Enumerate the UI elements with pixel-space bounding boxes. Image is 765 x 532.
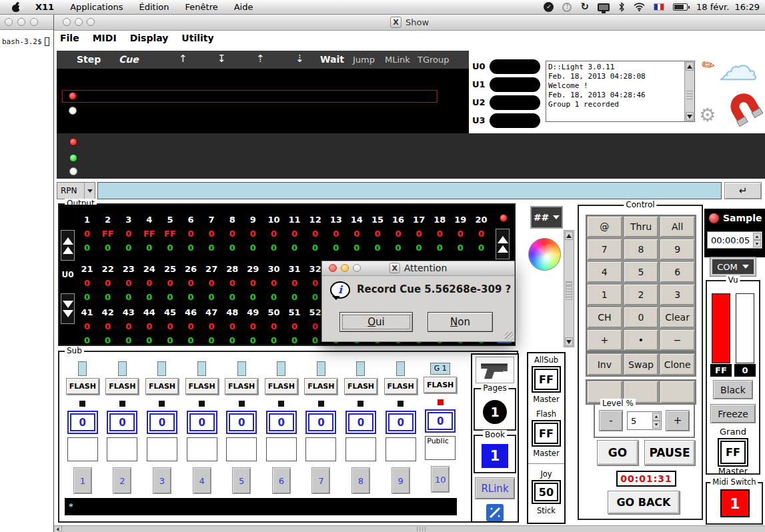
op-button[interactable]: Inv [587, 353, 622, 375]
output-channel[interactable]: 1700 [409, 213, 430, 255]
go-back-button[interactable]: GO BACK [608, 491, 680, 514]
output-channel[interactable]: 2300 [118, 262, 139, 304]
menu-midi[interactable]: MIDI [93, 33, 117, 43]
keypad-key[interactable]: 6 [660, 261, 695, 283]
fader-cap[interactable] [277, 361, 285, 376]
battery-icon[interactable] [673, 3, 688, 11]
output-channel[interactable]: 4700 [201, 305, 222, 347]
output-channel[interactable]: 5000 [263, 305, 284, 347]
no-button[interactable]: Non [428, 312, 493, 332]
displays-icon[interactable] [598, 3, 610, 11]
flash-button[interactable]: FLASH [265, 378, 298, 395]
sub-select-button[interactable]: 10 [431, 466, 450, 493]
enter-button[interactable]: ↵ [724, 182, 762, 199]
sub-select-button[interactable]: 8 [351, 467, 370, 494]
sample-time-spinbox[interactable]: 00:00:05 [707, 231, 762, 249]
vu-meter-right[interactable] [736, 293, 754, 363]
pencil-icon[interactable]: ✏ [700, 55, 716, 76]
output-channel[interactable]: 700 [201, 213, 222, 255]
minimize-button[interactable] [17, 18, 25, 26]
flash-button[interactable]: FLASH [66, 378, 99, 395]
output-channel[interactable]: 4600 [181, 305, 201, 347]
scroll-down-icon[interactable] [565, 337, 573, 346]
menubar-clock[interactable]: 18 févr. 16:29 [696, 2, 760, 12]
keypad-key[interactable]: CH [587, 307, 622, 328]
allsub-master-button[interactable]: FF [532, 366, 561, 393]
scrollbar-thumb[interactable] [686, 91, 693, 101]
keypad-key[interactable]: − [660, 329, 695, 351]
log-text[interactable]: D::Light 3.0.11Feb. 18, 2013 04:28:08Wel… [548, 63, 683, 120]
flash-button[interactable]: FLASH [185, 378, 219, 395]
joystick-value-button[interactable]: 50 [532, 480, 561, 504]
flash-button[interactable]: FLASH [304, 378, 337, 395]
log-scrollbar[interactable] [684, 61, 694, 121]
gear-icon[interactable]: ⚙ [699, 105, 716, 125]
flash-master-button[interactable]: FF [532, 420, 561, 447]
fade-down-icon[interactable]: ↧ [217, 53, 226, 65]
menu-display[interactable]: Display [130, 33, 169, 43]
fade-up-icon[interactable]: ↑ [179, 53, 187, 65]
output-channel[interactable]: 2800 [222, 262, 243, 304]
magic-wand-button[interactable] [486, 504, 504, 521]
vu-meter-left[interactable] [712, 293, 730, 363]
output-channel[interactable]: 1900 [450, 213, 471, 255]
fader-cap[interactable] [118, 361, 127, 376]
menu-utility[interactable]: Utility [181, 33, 213, 43]
menubar-item-aide[interactable]: Aide [234, 2, 253, 12]
level-spinbox[interactable]: 5 [627, 411, 662, 430]
pause-button[interactable]: PAUSE [644, 440, 695, 465]
chevron-down-icon[interactable] [84, 183, 95, 199]
sub-select-button[interactable]: 2 [113, 467, 131, 494]
column-tgroup[interactable]: TGroup [418, 55, 450, 65]
delay-down-icon[interactable]: ⇣ [295, 53, 304, 65]
fader-cap[interactable] [78, 361, 87, 376]
output-channel[interactable]: 4400 [139, 305, 159, 347]
display-format-select[interactable]: ## [530, 206, 563, 229]
cue-list[interactable] [57, 69, 469, 133]
output-channel[interactable]: 900 [243, 213, 263, 255]
flash-button[interactable]: FLASH [225, 378, 258, 395]
keypad-key[interactable]: 5 [624, 261, 659, 283]
keypad-key[interactable]: Clear [660, 307, 695, 328]
fader-cap[interactable] [197, 361, 206, 376]
flash-button[interactable]: FLASH [384, 378, 418, 395]
active-cue-row[interactable] [62, 90, 438, 103]
output-channel[interactable]: 1200 [305, 213, 325, 255]
column-mlink[interactable]: MLink [385, 55, 410, 65]
dialog-titlebar[interactable]: X Attention [322, 261, 514, 276]
spin-down-icon[interactable] [753, 240, 761, 247]
fader-cap[interactable] [356, 361, 365, 376]
menubar-item-fenêtre[interactable]: Fenêtre [185, 2, 218, 12]
output-channel[interactable]: 4200 [97, 305, 118, 347]
keypad-key[interactable]: 9 [660, 239, 695, 260]
wifi-icon[interactable] [634, 3, 645, 11]
midi-switch-button[interactable]: 1 [720, 489, 750, 517]
universe-display[interactable] [490, 95, 540, 110]
output-channel[interactable]: 5FF0 [159, 213, 180, 255]
command-mode-select[interactable]: RPN [57, 182, 95, 199]
grand-master-button[interactable]: FF [718, 438, 748, 467]
scroll-down-icon[interactable] [686, 112, 694, 121]
level-minus-button[interactable]: - [599, 410, 623, 431]
keypad-key[interactable]: 4 [587, 261, 622, 283]
sub-select-button[interactable]: 3 [153, 467, 171, 494]
keypad-key[interactable]: 0 [624, 307, 659, 328]
keypad-key[interactable]: 1 [587, 284, 622, 305]
spin-down-icon[interactable] [652, 421, 660, 429]
column-jump[interactable]: Jump [353, 55, 375, 65]
scrollbar-thumb[interactable] [566, 281, 572, 300]
output-channel[interactable]: 4500 [159, 305, 180, 347]
freeze-button[interactable]: Freeze [710, 404, 756, 423]
sub-select-button[interactable]: 6 [272, 467, 291, 494]
op-button[interactable]: Clone [660, 353, 695, 375]
minimize-button[interactable] [75, 18, 83, 26]
status-warning-icon[interactable]: ! [562, 3, 572, 12]
output-channel[interactable]: 2900 [243, 262, 263, 304]
zoom-button[interactable] [87, 18, 95, 26]
fader-cap[interactable] [396, 361, 405, 376]
horizontal-scrollbar[interactable] [54, 525, 765, 532]
scroll-up-icon[interactable] [565, 231, 573, 240]
column-cue[interactable]: Cue [119, 54, 139, 65]
column-wait[interactable]: Wait [320, 54, 344, 65]
delay-up-icon[interactable]: ⇡ [256, 53, 265, 65]
